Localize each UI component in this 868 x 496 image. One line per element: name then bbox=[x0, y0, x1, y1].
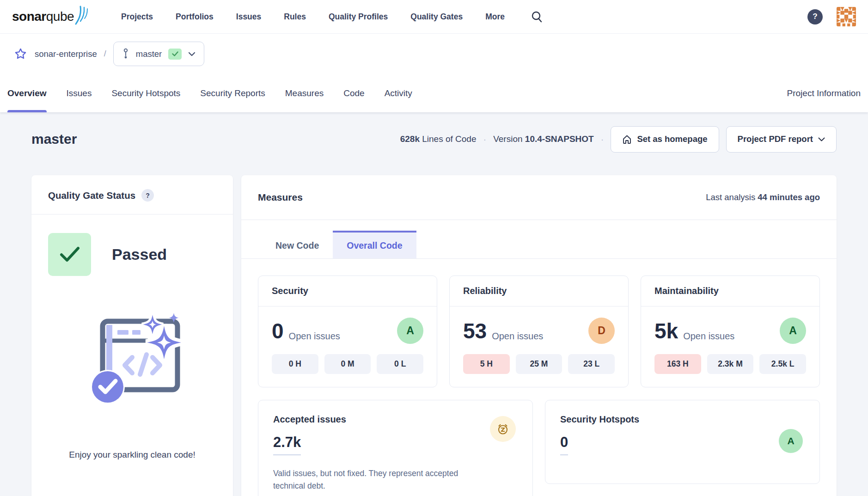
maintainability-card-body: 5k Open issues A 163 H 2.3k M 2.5k L bbox=[641, 306, 819, 387]
page-top: sonarqube Projects Portfolios Issues Rul… bbox=[0, 0, 868, 112]
security-rating-badge: A bbox=[397, 318, 423, 344]
meta-separator: · bbox=[601, 134, 604, 145]
reliability-low-pill[interactable]: 23 L bbox=[568, 354, 615, 374]
security-hotspots-card: Security Hotspots 0 A bbox=[545, 400, 820, 484]
lines-of-code: 628k Lines of Code bbox=[400, 134, 477, 144]
security-card: Security 0 Open issues A 0 H 0 M 0 L bbox=[258, 276, 437, 387]
security-high-pill[interactable]: 0 H bbox=[272, 354, 318, 374]
tab-security-hotspots[interactable]: Security Hotspots bbox=[111, 74, 180, 112]
clean-code-illustration bbox=[79, 313, 186, 408]
security-open-issues-label: Open issues bbox=[289, 331, 340, 342]
reliability-rating-badge: D bbox=[588, 318, 615, 344]
sonarqube-logo[interactable]: sonarqube bbox=[12, 3, 92, 31]
nav-item-more[interactable]: More bbox=[485, 12, 505, 22]
branch-name: master bbox=[136, 49, 162, 59]
reliability-high-pill[interactable]: 5 H bbox=[463, 354, 510, 374]
tab-measures[interactable]: Measures bbox=[285, 74, 324, 112]
project-information-link[interactable]: Project Information bbox=[787, 88, 861, 98]
reliability-open-issues-label: Open issues bbox=[492, 331, 543, 342]
maintainability-card-title: Maintainability bbox=[641, 276, 819, 306]
branch-selector[interactable]: master bbox=[113, 42, 205, 66]
reliability-open-issues-value[interactable]: 53 bbox=[463, 320, 487, 342]
quality-gate-title: Quality Gate Status bbox=[48, 190, 135, 201]
project-tabbar: Overview Issues Security Hotspots Securi… bbox=[0, 74, 868, 112]
passed-check-badge bbox=[48, 233, 91, 276]
accepted-issues-card: Accepted issues 2.7k Valid issues, but n… bbox=[258, 400, 533, 496]
quality-gate-help-badge[interactable]: ? bbox=[141, 189, 154, 202]
measures-body: Security 0 Open issues A 0 H 0 M 0 L bbox=[241, 259, 837, 496]
tab-issues[interactable]: Issues bbox=[67, 74, 92, 112]
sonarqube-wordmark: sonarqube bbox=[12, 3, 74, 31]
search-button[interactable] bbox=[531, 11, 543, 23]
maintainability-medium-pill[interactable]: 2.3k M bbox=[707, 354, 754, 374]
security-card-body: 0 Open issues A 0 H 0 M 0 L bbox=[258, 306, 437, 387]
reliability-card: Reliability 53 Open issues D 5 H 25 M 23… bbox=[449, 276, 629, 387]
nav-item-quality-profiles[interactable]: Quality Profiles bbox=[329, 12, 388, 22]
top-navigation: sonarqube Projects Portfolios Issues Rul… bbox=[0, 0, 868, 34]
reliability-card-title: Reliability bbox=[450, 276, 628, 306]
star-icon bbox=[14, 48, 27, 60]
metrics-grid: Security 0 Open issues A 0 H 0 M 0 L bbox=[258, 276, 820, 387]
overview-columns: Quality Gate Status ? Passed bbox=[31, 175, 837, 496]
identicon-pattern bbox=[837, 7, 856, 26]
maintainability-high-pill[interactable]: 163 H bbox=[654, 354, 701, 374]
accepted-issues-description: Valid issues, but not fixed. They repres… bbox=[273, 467, 481, 492]
reliability-card-body: 53 Open issues D 5 H 25 M 23 L bbox=[450, 306, 628, 387]
version: Version 10.4-SNAPSHOT bbox=[493, 134, 594, 144]
tab-activity[interactable]: Activity bbox=[385, 74, 412, 112]
quality-gate-message: Enjoy your sparkling clean code! bbox=[48, 450, 216, 460]
reliability-medium-pill[interactable]: 25 M bbox=[516, 354, 562, 374]
breadcrumb-separator: / bbox=[104, 49, 106, 59]
topnav-right: ? bbox=[807, 7, 856, 26]
sonarqube-waves-icon bbox=[75, 6, 92, 25]
tab-new-code[interactable]: New Code bbox=[262, 231, 333, 258]
last-analysis: Last analysis 44 minutes ago bbox=[706, 192, 820, 202]
project-pdf-report-button[interactable]: Project PDF report bbox=[726, 126, 837, 153]
measures-title: Measures bbox=[258, 192, 303, 203]
nav-item-issues[interactable]: Issues bbox=[236, 12, 261, 22]
branch-header-meta: 628k Lines of Code · Version 10.4-SNAPSH… bbox=[400, 126, 837, 153]
set-as-homepage-button[interactable]: Set as homepage bbox=[611, 126, 719, 153]
nav-item-portfolios[interactable]: Portfolios bbox=[176, 12, 214, 22]
tab-overall-code[interactable]: Overall Code bbox=[333, 231, 416, 258]
quality-gate-body: Passed bbox=[31, 214, 233, 460]
question-icon: ? bbox=[146, 192, 150, 199]
security-card-title: Security bbox=[258, 276, 437, 306]
help-icon: ? bbox=[813, 12, 817, 21]
help-button[interactable]: ? bbox=[807, 9, 823, 24]
home-icon bbox=[622, 135, 632, 144]
branch-status-badge bbox=[168, 49, 182, 60]
security-hotspots-value[interactable]: 0 bbox=[560, 434, 568, 455]
tab-overview[interactable]: Overview bbox=[7, 74, 47, 112]
nav-item-projects[interactable]: Projects bbox=[121, 12, 153, 22]
check-icon bbox=[172, 51, 178, 56]
security-hotspots-rating-badge: A bbox=[779, 429, 803, 453]
code-scope-tabs: New Code Overall Code bbox=[241, 220, 837, 259]
security-open-issues-value[interactable]: 0 bbox=[272, 320, 284, 342]
maintainability-low-pill[interactable]: 2.5k L bbox=[759, 354, 806, 374]
branch-header: master 628k Lines of Code · Version 10.4… bbox=[31, 124, 837, 154]
search-icon bbox=[531, 11, 543, 23]
security-hotspots-title: Security Hotspots bbox=[560, 414, 805, 425]
security-low-pill[interactable]: 0 L bbox=[377, 354, 423, 374]
chevron-down-icon bbox=[188, 52, 196, 56]
overview-content: master 628k Lines of Code · Version 10.4… bbox=[0, 112, 868, 496]
tab-security-reports[interactable]: Security Reports bbox=[200, 74, 265, 112]
measures-header: Measures Last analysis 44 minutes ago bbox=[241, 175, 837, 220]
security-medium-pill[interactable]: 0 M bbox=[324, 354, 371, 374]
page-title: master bbox=[31, 131, 77, 147]
branch-icon bbox=[122, 48, 129, 60]
tab-code[interactable]: Code bbox=[343, 74, 364, 112]
check-icon bbox=[60, 246, 80, 263]
nav-item-quality-gates[interactable]: Quality Gates bbox=[410, 12, 463, 22]
chevron-down-icon bbox=[818, 137, 825, 141]
user-avatar[interactable] bbox=[837, 7, 856, 26]
meta-separator: · bbox=[483, 134, 487, 145]
maintainability-rating-badge: A bbox=[780, 318, 806, 344]
breadcrumb-project-link[interactable]: sonar-enterprise bbox=[35, 49, 97, 59]
accepted-issues-value[interactable]: 2.7k bbox=[273, 434, 301, 455]
nav-item-rules[interactable]: Rules bbox=[284, 12, 306, 22]
favorite-button[interactable] bbox=[14, 48, 27, 60]
maintainability-open-issues-value[interactable]: 5k bbox=[654, 320, 678, 342]
quality-gate-panel: Quality Gate Status ? Passed bbox=[31, 175, 233, 496]
